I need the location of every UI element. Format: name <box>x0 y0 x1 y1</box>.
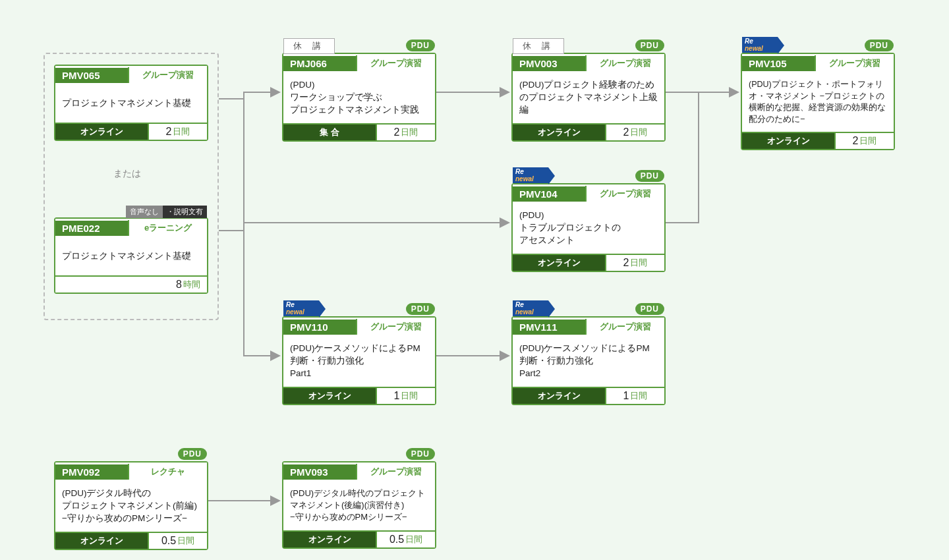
course-type: グループ演習 <box>356 464 435 480</box>
course-card-pmv003[interactable]: 休 講 PDU PMV003 グループ演習 (PDU)プロジェクト経験者のための… <box>511 53 666 142</box>
course-title: (PDU) ワークショップで学ぶ プロジェクトマネジメント実践 <box>283 72 435 123</box>
course-duration: 2日間 <box>376 125 435 140</box>
pdu-badge: PDU <box>406 40 435 51</box>
course-code: PMV111 <box>513 320 585 335</box>
course-duration: 2日間 <box>148 124 207 140</box>
course-title: (PDU)プロジェクト経験者のためのプロジェクトマネジメント上級編 <box>513 72 664 123</box>
cancelled-badge: 休 講 <box>513 38 564 54</box>
course-code: PMV093 <box>283 464 356 480</box>
renewal-badge: Renewal <box>513 300 548 318</box>
course-code: PMV105 <box>742 56 815 71</box>
course-card-pmv111[interactable]: Renewal PDU PMV111 グループ演習 (PDU)ケースメソッドによ… <box>511 316 666 405</box>
course-duration: 0.5日間 <box>148 533 207 549</box>
course-duration: 0.5日間 <box>376 532 435 547</box>
course-type: グループ演習 <box>585 186 664 202</box>
course-type: グループ演習 <box>585 319 664 335</box>
course-title: (PDU)プロジェクト・ポートフォリオ・マネジメント −プロジェクトの横断的な把… <box>742 72 894 132</box>
pdu-badge: PDU <box>406 303 435 315</box>
course-title: プロジェクトマネジメント基礎 <box>55 84 207 123</box>
course-delivery: オンライン <box>513 125 605 140</box>
course-card-pmv105[interactable]: Renewal PDU PMV105 グループ演習 (PDU)プロジェクト・ポー… <box>741 53 895 150</box>
pdu-badge: PDU <box>178 448 207 460</box>
or-label: または <box>113 168 141 180</box>
course-delivery: オンライン <box>513 388 605 404</box>
audio-badge: 音声なし・説明文有 <box>126 206 207 218</box>
course-duration: 1日間 <box>605 388 664 404</box>
course-duration: 1日間 <box>376 388 435 404</box>
course-duration: 2日間 <box>605 125 664 140</box>
course-code: PMJ066 <box>283 56 356 71</box>
course-type: eラーニング <box>128 220 207 236</box>
course-code: PMV104 <box>513 186 585 202</box>
renewal-badge: Renewal <box>742 37 778 54</box>
course-card-pmv065[interactable]: PMV065 グループ演習 プロジェクトマネジメント基礎 オンライン 2日間 <box>54 65 208 141</box>
course-code: PMV110 <box>283 320 356 335</box>
course-title: (PDU)デジタル時代の プロジェクトマネジメント(前編) −守りから攻めのPM… <box>55 481 207 532</box>
course-title: (PDU)ケースメソッドによるPM判断・行動力強化 Part2 <box>513 336 664 387</box>
course-duration: 2日間 <box>605 255 664 271</box>
course-type: グループ演習 <box>585 55 664 71</box>
course-title: プロジェクトマネジメント基礎 <box>55 237 207 275</box>
cancelled-badge: 休 講 <box>283 38 335 54</box>
course-code: PMV065 <box>55 68 128 83</box>
course-delivery: 集 合 <box>283 125 376 140</box>
pdu-badge: PDU <box>635 303 664 315</box>
renewal-badge: Renewal <box>513 167 548 184</box>
course-delivery: オンライン <box>55 124 148 140</box>
course-type: グループ演習 <box>815 55 894 71</box>
course-card-pmv104[interactable]: Renewal PDU PMV104 グループ演習 (PDU) トラブルプロジェ… <box>511 183 666 272</box>
course-title: (PDU) トラブルプロジェクトの アセスメント <box>513 203 664 254</box>
course-type: グループ演習 <box>128 67 207 83</box>
pdu-badge: PDU <box>406 448 435 460</box>
course-type: グループ演習 <box>356 319 435 335</box>
course-map-diagram: PMV065 グループ演習 プロジェクトマネジメント基礎 オンライン 2日間 ま… <box>0 0 949 560</box>
course-code: PMV092 <box>55 464 128 480</box>
course-title: (PDU)ケースメソッドによるPM判断・行動力強化 Part1 <box>283 336 435 387</box>
course-card-pmv110[interactable]: Renewal PDU PMV110 グループ演習 (PDU)ケースメソッドによ… <box>282 316 436 405</box>
course-duration: 8時間 <box>55 277 207 293</box>
pdu-badge: PDU <box>635 170 664 182</box>
pdu-badge: PDU <box>865 40 894 51</box>
course-delivery: オンライン <box>283 388 376 404</box>
course-delivery: オンライン <box>283 532 376 547</box>
course-duration: 2日間 <box>834 133 894 149</box>
course-card-pmv092[interactable]: PDU PMV092 レクチャ (PDU)デジタル時代の プロジェクトマネジメン… <box>54 461 208 550</box>
course-card-pmv093[interactable]: PDU PMV093 グループ演習 (PDU)デジタル時代のプロジェクトマネジメ… <box>282 461 436 549</box>
pdu-badge: PDU <box>635 40 664 51</box>
course-code: PME022 <box>55 221 128 236</box>
course-code: PMV003 <box>513 56 585 71</box>
course-card-pmj066[interactable]: 休 講 PDU PMJ066 グループ演習 (PDU) ワークショップで学ぶ プ… <box>282 53 436 142</box>
course-delivery: オンライン <box>55 533 148 549</box>
course-delivery: オンライン <box>742 133 834 149</box>
course-card-pme022[interactable]: 音声なし・説明文有 PME022 eラーニング プロジェクトマネジメント基礎 8… <box>54 217 208 294</box>
course-delivery: オンライン <box>513 255 605 271</box>
course-type: グループ演習 <box>356 55 435 71</box>
renewal-badge: Renewal <box>283 300 319 318</box>
course-title: (PDU)デジタル時代のプロジェクトマネジメント(後編)(演習付き) −守りから… <box>283 481 435 530</box>
course-type: レクチャ <box>128 464 207 480</box>
